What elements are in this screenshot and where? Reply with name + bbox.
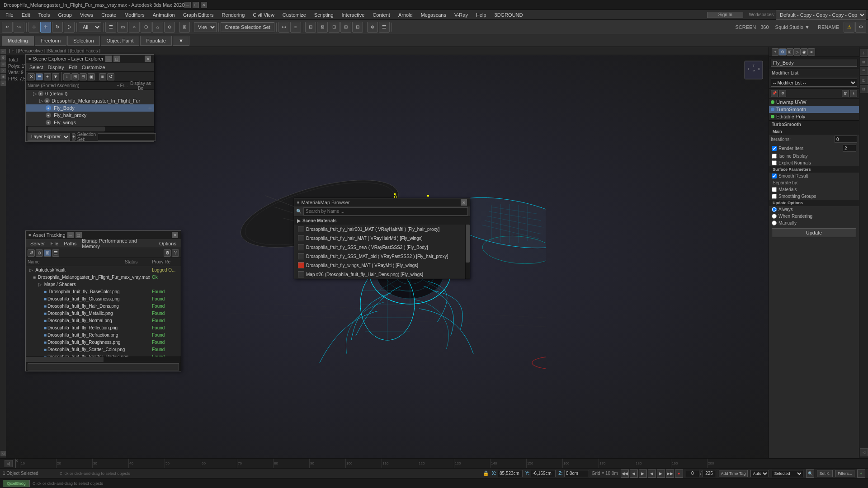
pin-modifier-btn[interactable]: 📌 (771, 90, 778, 97)
at-hscrollbar[interactable] (26, 357, 181, 362)
surface-params-header[interactable]: Surface Parameters (769, 166, 859, 173)
menu-interactive[interactable]: Interactive (338, 11, 368, 19)
se-sort-btn[interactable]: ↕ (63, 73, 71, 80)
mb-item-hair-mat[interactable]: Drosophila_fruit_fly_hair_MAT ( VRayHair… (294, 234, 465, 243)
qixel-bridge-btn[interactable]: Qixel Bridg (3, 480, 30, 487)
redo-button[interactable]: ↪ (14, 22, 24, 33)
scene-materials-header[interactable]: ▶ Scene Materials (294, 216, 470, 225)
grid-btn5[interactable]: ⊟ (352, 22, 363, 33)
se-menu-select[interactable]: Select (28, 64, 45, 71)
close-button[interactable]: ✕ (201, 2, 207, 8)
play-btn[interactable]: ▶ (639, 469, 647, 478)
add-time-tag-btn[interactable]: Add Time Tag (719, 470, 748, 477)
total-frames-input[interactable] (703, 470, 716, 477)
utilities-tab-btn[interactable]: ≡ (808, 48, 815, 56)
se-layer-dropdown[interactable]: Layer Explorer (28, 133, 70, 141)
paint-select[interactable]: ⊙ (164, 22, 175, 33)
circle-select[interactable]: ○ (129, 22, 140, 33)
mb-item-sss-new[interactable]: Drosophila_fruit_fly_SSS_new ( VRayFastS… (294, 243, 465, 252)
se-menu-edit[interactable]: Edit (67, 64, 79, 71)
iterations-input[interactable] (835, 136, 857, 143)
tab-freeform[interactable]: Freeform (35, 36, 67, 46)
at-list-btn[interactable]: ☰ (52, 249, 59, 257)
mb-item-hair001[interactable]: Drosophila_fruit_fly_hair001_MAT ( VRayH… (294, 225, 465, 234)
auto-key-dropdown[interactable]: Auto (750, 470, 769, 477)
sidebar-modify-icon[interactable]: ⚙ (0, 55, 6, 61)
settings-btn[interactable]: ⚙ (855, 22, 866, 33)
layer-mgr[interactable]: ⊛ (367, 22, 378, 33)
at-menu-paths[interactable]: Paths (61, 240, 79, 247)
grid-btn1[interactable]: ⊟ (305, 22, 316, 33)
at-item-vault[interactable]: ▷ Autodesk Vault Logged O... (26, 266, 181, 273)
object-eye-icon[interactable]: ● (44, 98, 50, 103)
record-btn[interactable]: ● (675, 469, 683, 478)
modifier-dropdown[interactable]: -- Modifier List -- (771, 79, 857, 87)
at-track-btn[interactable]: ⊙ (36, 249, 43, 257)
at-map-btn[interactable]: ⊞ (44, 249, 51, 257)
scene-explorer-close-btn[interactable]: ✕ (145, 56, 151, 62)
se-vis-btn[interactable]: ◉ (88, 73, 95, 80)
at-item-basecolor[interactable]: ■ Drosophila_fruit_fly_BaseColor.png Fou… (26, 288, 181, 295)
select-rotate[interactable]: ↻ (52, 22, 63, 33)
menu-megascans[interactable]: Megascans (417, 11, 450, 19)
se-item-drosophila-fur[interactable]: ▷ ● Drosophila_Melanogaster_In_Flight_Fu… (26, 97, 154, 104)
se-item-fly-wings[interactable]: ● Fly_wings (26, 119, 154, 126)
at-item-max-file[interactable]: ■ Drosophila_Melanogaster_In_Flight_Fur_… (26, 273, 181, 281)
far-icon-4[interactable]: ◫ (860, 76, 868, 84)
select-by-name[interactable]: ☰ (105, 22, 116, 33)
set-k-btn[interactable]: Set K. (817, 470, 833, 477)
menu-customize[interactable]: Customize (279, 11, 310, 19)
selection-filter-dropdown[interactable]: All (79, 22, 101, 32)
align-tool[interactable]: ≡ (290, 22, 301, 33)
menu-content[interactable]: Content (369, 11, 394, 19)
y-coord-input[interactable] (531, 470, 556, 477)
scene-explorer-header[interactable]: ■ Scene Explorer - Layer Explorer ─ □ ✕ (26, 55, 154, 63)
se-add-col-btn[interactable]: + (72, 133, 75, 141)
modify-tab-btn[interactable]: ⚙ (779, 48, 786, 56)
at-refresh-btn[interactable]: ↺ (28, 249, 35, 257)
se-group-btn[interactable]: ⊞ (71, 73, 79, 80)
at-settings-btn[interactable]: ⚙ (164, 249, 171, 257)
se-item-fly-body[interactable]: ● Fly_Body ⊹ (26, 104, 154, 112)
configure-modifier-btn[interactable]: ⚙ (779, 90, 786, 97)
scene-explorer-restore-btn[interactable]: □ (113, 56, 120, 62)
menu-views[interactable]: Views (76, 11, 97, 19)
se-layout-btn[interactable]: ⊟ (80, 73, 87, 80)
update-rendering-radio[interactable] (772, 214, 777, 219)
fly-wings-eye-icon[interactable]: ● (46, 120, 51, 125)
layer-eye-icon[interactable]: ● (38, 91, 43, 96)
menu-help[interactable]: Help (472, 11, 490, 19)
at-help-btn[interactable]: ? (172, 249, 179, 257)
at-item-hair-dens[interactable]: ■Drosophila_fruit_fly_Hair_Dens.png Foun… (26, 302, 181, 310)
mb-vscrollbar[interactable] (465, 225, 470, 279)
lasso-select[interactable]: ⌂ (152, 22, 163, 33)
scene-exp[interactable]: ☷ (379, 22, 390, 33)
object-name-input[interactable] (771, 59, 857, 67)
far-icon-bottom[interactable]: ◁ (860, 448, 868, 456)
update-options-header[interactable]: Update Options (769, 200, 859, 206)
se-prop-btn[interactable]: ≡ (99, 73, 106, 80)
modifier-editable-poly[interactable]: Editable Poly (769, 113, 859, 120)
menu-3dground[interactable]: 3DGROUND (491, 11, 527, 19)
smooth-result-checkbox[interactable] (772, 174, 777, 178)
se-collapse-btn[interactable]: ▼ (52, 73, 59, 80)
update-button[interactable]: Update (772, 228, 856, 237)
create-tab-btn[interactable]: + (772, 48, 779, 56)
menu-edit[interactable]: Edit (18, 11, 34, 19)
render-iters-checkbox[interactable] (772, 146, 777, 151)
turbosmoothh-header[interactable]: TurboSmooth (769, 121, 859, 128)
sidebar-motion-icon[interactable]: ▷ (0, 68, 6, 73)
at-item-glossiness[interactable]: ■Drosophila_fruit_fly_Glossiness.png Fou… (26, 295, 181, 302)
modifier-info-btn[interactable]: ℹ (850, 90, 857, 97)
display-tab-btn[interactable]: ◉ (801, 48, 808, 56)
at-menu-file[interactable]: File (47, 240, 61, 247)
at-menu-server[interactable]: Server (28, 240, 47, 247)
selected-dropdown[interactable]: Selected (772, 470, 803, 477)
material-browser-header[interactable]: ■ Material/Map Browser ✕ (294, 198, 470, 206)
go-end-btn[interactable]: ▶▶ (666, 469, 674, 478)
next-frame-btn[interactable]: ▶ (657, 469, 665, 478)
at-path-input[interactable] (28, 363, 179, 371)
select-scale[interactable]: ⟨⟩ (64, 22, 75, 33)
tab-selection[interactable]: Selection (67, 36, 99, 46)
delete-modifier-btn[interactable]: 🗑 (842, 90, 849, 97)
